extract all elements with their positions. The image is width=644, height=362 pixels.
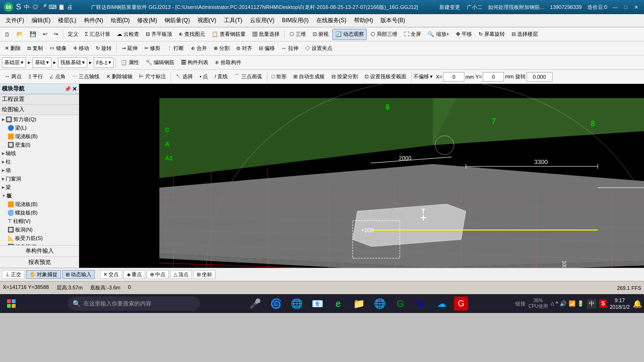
taskbar-browser2[interactable]: 🌐	[371, 295, 388, 312]
taskbar-green-e[interactable]: G	[392, 295, 409, 312]
tb-parallel[interactable]: ∥ 平行	[25, 71, 46, 82]
tb-point-angle[interactable]: ∠ 点角	[47, 71, 68, 82]
tb-view-rebar[interactable]: 📋 查看钢筋量	[209, 29, 248, 40]
tb-pick-element[interactable]: ⊕ 拾取构件	[212, 57, 244, 68]
tb-point-draw[interactable]: • 点	[197, 71, 211, 82]
nav-slab-hole[interactable]: 🔲板洞(N)	[0, 225, 79, 234]
maximize-btn[interactable]: □	[621, 3, 630, 11]
nav-opening[interactable]: ▶门窗洞	[0, 174, 79, 183]
tb-define[interactable]: 定义	[65, 29, 81, 40]
tb-pan[interactable]: ✥ 平移	[453, 29, 475, 40]
tb-top-view[interactable]: ⊡ 俯视	[310, 29, 331, 40]
tb-screen-rotate[interactable]: ↻ 屏幕旋转	[476, 29, 508, 40]
nav-axis[interactable]: ▶轴线	[0, 149, 79, 157]
help-text[interactable]: 如何处理筏板附加钢筋...	[486, 4, 546, 11]
start-button[interactable]	[2, 294, 21, 313]
sub2-combo[interactable]: FB-1▾	[94, 58, 114, 68]
notification-icon[interactable]: 🔔	[633, 299, 642, 308]
nav-spiral-slab[interactable]: 🌀螺旋板(B)	[0, 208, 79, 217]
taskbar-folder[interactable]: 📁	[350, 295, 367, 312]
menu-online[interactable]: 在线服务(S)	[313, 16, 350, 25]
taskbar-mic[interactable]: 🎤	[247, 295, 264, 312]
sub1-combo[interactable]: 筏板基础▾	[58, 58, 87, 68]
tb-delete[interactable]: ✕ 删除	[2, 43, 24, 54]
snap-orthogonal[interactable]: ⊥正交	[2, 270, 25, 279]
menu-modify[interactable]: 修改(M)	[133, 16, 161, 25]
tb-two-point[interactable]: ↔ 两点	[2, 71, 25, 82]
nav-cast-slab2[interactable]: 🟧现浇板(B)	[0, 200, 79, 208]
taskbar-blue-g[interactable]: G	[413, 295, 429, 312]
tb-select-floor[interactable]: ⊟ 选择楼层	[509, 29, 541, 40]
viewport-canvas[interactable]: 6 7 8 C A A1 3300 3300 +000	[79, 84, 644, 268]
rotate-input[interactable]	[527, 72, 553, 82]
menu-element[interactable]: 构件(N)	[80, 16, 107, 25]
nav-col-cap[interactable]: ⊤柱帽(V)	[0, 217, 79, 225]
tb-batch-select[interactable]: ▦ 批量选择	[249, 29, 282, 40]
tb-find[interactable]: ⊕ 查找图元	[176, 29, 208, 40]
snap-coord[interactable]: ⊞坐标	[193, 270, 215, 279]
tb-stretch[interactable]: ↔ 拉伸	[279, 43, 301, 54]
tb-merge[interactable]: ⊕ 合并	[188, 43, 210, 54]
tb-trim[interactable]: ✂ 修剪	[141, 43, 163, 54]
tb-set-grip[interactable]: ◇ 设置夹点	[302, 43, 335, 54]
tb-zoom[interactable]: 🔍 缩放+	[425, 29, 452, 40]
x-input[interactable]	[443, 72, 464, 82]
snap-intersection[interactable]: ✕交点	[100, 270, 122, 279]
tb-split-beam[interactable]: ⊟ 按梁分割	[329, 71, 361, 82]
menu-help[interactable]: 帮助(H)	[350, 16, 377, 25]
taskbar-app1[interactable]: G	[454, 296, 468, 311]
project-settings-link[interactable]: 工程设置	[0, 94, 79, 105]
menu-draw[interactable]: 绘图(D)	[107, 16, 134, 25]
tb-open[interactable]: 📂	[14, 29, 26, 40]
snap-dynamic[interactable]: ⊞动态输入	[62, 270, 95, 279]
menu-bim[interactable]: BIM应用(I)	[278, 16, 313, 25]
nav-shear-wall[interactable]: ▶ 🔲 剪力墙(Q)	[0, 115, 79, 123]
tb-dim[interactable]: ⊢ 尺寸标注	[136, 71, 169, 82]
nav-slab-stress[interactable]: 📐板受力筋(S)	[0, 234, 79, 242]
menu-view[interactable]: 视图(V)	[194, 16, 220, 25]
taskbar-cortana[interactable]: 🌀	[267, 295, 284, 312]
tb-new[interactable]: 🗋	[2, 29, 13, 40]
menu-cloud[interactable]: 云应用(V)	[246, 16, 278, 25]
tb-save[interactable]: 💾	[27, 29, 39, 40]
tb-cloud-check[interactable]: ☁ 云检查	[114, 29, 142, 40]
tb-arc-draw[interactable]: ⌒ 三点画弧	[231, 71, 264, 82]
taskbar-edge[interactable]: e	[330, 295, 347, 312]
minimize-btn[interactable]: —	[611, 3, 619, 11]
snap-midpoint[interactable]: ◈重点	[124, 270, 145, 279]
tb-split[interactable]: ⊗ 分割	[211, 43, 232, 54]
tb-copy[interactable]: ⧉ 复制	[25, 43, 46, 54]
nav-cast-slab[interactable]: 🟧现浇板(B)	[0, 132, 79, 140]
tb-dynamic-obs[interactable]: 🔄 动态观察	[332, 29, 367, 40]
tb-slab-section[interactable]: ⊡ 设置筏板变截面	[362, 71, 409, 82]
tb-mirror[interactable]: ⇔ 镜像	[47, 43, 69, 54]
nav-niche[interactable]: 🔲壁龛(I)	[0, 140, 79, 149]
menu-file[interactable]: 文件(F)	[2, 16, 28, 25]
nav-slab[interactable]: ▼板	[0, 191, 79, 200]
snap-object[interactable]: ✋对象捕捉	[26, 270, 61, 279]
tb-fullscreen[interactable]: ⛶ 全屏	[401, 29, 424, 40]
y-input[interactable]	[483, 72, 504, 82]
close-btn[interactable]: ✕	[632, 3, 640, 11]
draw-input-link[interactable]: 绘图输入	[0, 105, 79, 115]
menu-floor[interactable]: 楼层(L)	[54, 16, 80, 25]
tb-redo[interactable]: ↪	[51, 29, 61, 40]
system-clock[interactable]: 9:17 2018/1/2	[610, 297, 630, 311]
tb-align[interactable]: ⊜ 对齐	[233, 43, 255, 54]
tb-element-list[interactable]: ☰ 构件列表	[178, 57, 211, 68]
tb-break[interactable]: ⋮ 打断	[164, 43, 187, 54]
single-element-link[interactable]: 单构件输入	[0, 245, 79, 256]
taskbar-ie[interactable]: 🌐	[288, 295, 305, 312]
taskbar-search[interactable]: 🔍 在这里输入你要搜索的内容	[68, 296, 200, 311]
tb-line-draw[interactable]: / 直线	[212, 71, 231, 82]
tb-rotate[interactable]: ↻ 旋转	[93, 43, 115, 54]
ime-indicator[interactable]: 中	[587, 299, 596, 309]
tray-icons[interactable]: ⌂ ^ 🔊 📶 🔋	[551, 300, 584, 307]
element-combo[interactable]: 基础▾	[33, 58, 51, 68]
tb-local-3d[interactable]: ⬡ 局部三维	[368, 29, 400, 40]
tb-auto-slab[interactable]: ⊞ 自动生成板	[290, 71, 328, 82]
sidebar-pin[interactable]: 📌	[64, 86, 71, 92]
snap-center[interactable]: ⊕中点	[147, 270, 169, 279]
taskbar-cloud[interactable]: ☁	[433, 295, 450, 312]
tb-del-aux[interactable]: ✕ 删除辅轴	[103, 71, 135, 82]
